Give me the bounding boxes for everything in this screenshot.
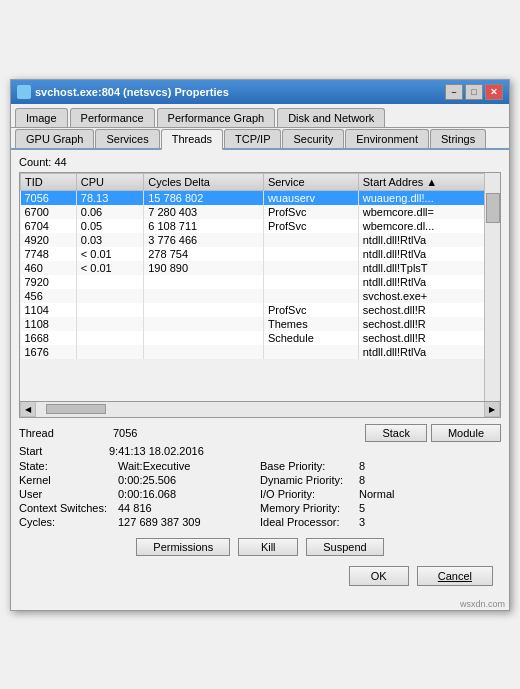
base-priority-row: Base Priority: 8 [260, 460, 501, 472]
col-cycles-delta: Cycles Delta [144, 173, 264, 190]
tab-disk-network[interactable]: Disk and Network [277, 108, 385, 127]
dynamic-priority-value: 8 [359, 474, 365, 486]
cell-service: ProfSvc [263, 303, 358, 317]
tab-performance-graph[interactable]: Performance Graph [157, 108, 276, 127]
scroll-thumb-h[interactable] [46, 404, 106, 414]
cell-service: Themes [263, 317, 358, 331]
kill-button[interactable]: Kill [238, 538, 298, 556]
table-row[interactable]: 1676ntdll.dll!RtlVa [21, 345, 500, 359]
kernel-row: Kernel 0:00:25.506 [19, 474, 260, 486]
memory-priority-value: 5 [359, 502, 365, 514]
table-row[interactable]: 1104ProfSvcsechost.dll!R [21, 303, 500, 317]
cell-tid: 1108 [21, 317, 77, 331]
cell-cpu: 78.13 [76, 190, 143, 205]
start-row: Start 9:41:13 18.02.2016 [19, 445, 501, 457]
cell-cyclesDelta [144, 289, 264, 303]
table-row[interactable]: 7748< 0.01278 754ntdll.dll!RtlVa [21, 247, 500, 261]
scroll-left-button[interactable]: ◀ [20, 401, 36, 417]
scrollbar-thumb[interactable] [486, 193, 500, 223]
cell-cyclesDelta: 7 280 403 [144, 205, 264, 219]
table-header-row: TID CPU Cycles Delta Service Start Addre… [21, 173, 500, 190]
context-switches-value: 44 816 [118, 502, 152, 514]
suspend-button[interactable]: Suspend [306, 538, 383, 556]
table-row[interactable]: 67000.067 280 403ProfSvcwbemcore.dll= [21, 205, 500, 219]
tab-environment[interactable]: Environment [345, 129, 429, 148]
table-row[interactable]: 7920ntdll.dll!RtlVa [21, 275, 500, 289]
io-priority-value: Normal [359, 488, 394, 500]
tab-row-2: GPU Graph Services Threads TCP/IP Securi… [11, 129, 509, 150]
scroll-right-button[interactable]: ▶ [484, 401, 500, 417]
col-tid: TID [21, 173, 77, 190]
scroll-track[interactable] [36, 404, 484, 414]
state-value: Wait:Executive [118, 460, 190, 472]
cell-startAddress: wbemcore.dll= [358, 205, 499, 219]
tab-strings[interactable]: Strings [430, 129, 486, 148]
window-title: svchost.exe:804 (netsvcs) Properties [35, 86, 229, 98]
tab-row-1: Image Performance Performance Graph Disk… [11, 104, 509, 128]
cell-startAddress: ntdll.dll!RtlVa [358, 345, 499, 359]
cell-service: ProfSvc [263, 219, 358, 233]
cell-tid: 1676 [21, 345, 77, 359]
close-button[interactable]: ✕ [485, 84, 503, 100]
base-priority-label: Base Priority: [260, 460, 355, 472]
cell-cpu [76, 303, 143, 317]
cell-service [263, 247, 358, 261]
app-icon [17, 85, 31, 99]
horizontal-scrollbar-row[interactable]: ◀ ▶ [19, 402, 501, 418]
cell-tid: 6704 [21, 219, 77, 233]
table-row[interactable]: 67040.056 108 711ProfSvcwbemcore.dl... [21, 219, 500, 233]
maximize-button[interactable]: □ [465, 84, 483, 100]
ok-button[interactable]: OK [349, 566, 409, 586]
cell-cpu [76, 275, 143, 289]
table-row[interactable]: 1668Schedulesechost.dll!R [21, 331, 500, 345]
cell-tid: 7920 [21, 275, 77, 289]
kernel-label: Kernel [19, 474, 114, 486]
table-row[interactable]: 705678.1315 786 802wuauservwuaueng.dll!.… [21, 190, 500, 205]
stack-button[interactable]: Stack [365, 424, 427, 442]
cell-startAddress: sechost.dll!R [358, 303, 499, 317]
cell-tid: 1668 [21, 331, 77, 345]
info-panel: Thread 7056 Stack Module Start 9:41:13 1… [19, 424, 501, 528]
minimize-button[interactable]: – [445, 84, 463, 100]
thread-label: Thread [19, 427, 109, 439]
table-row[interactable]: 456svchost.exe+ [21, 289, 500, 303]
cell-service [263, 261, 358, 275]
bottom-buttons-row: Permissions Kill Suspend [19, 534, 501, 562]
context-switches-row: Context Switches: 44 816 [19, 502, 260, 514]
cell-startAddress: sechost.dll!R [358, 317, 499, 331]
tab-tcp-ip[interactable]: TCP/IP [224, 129, 281, 148]
tab-threads[interactable]: Threads [161, 129, 223, 150]
threads-table-container[interactable]: TID CPU Cycles Delta Service Start Addre… [19, 172, 501, 402]
tab-image[interactable]: Image [15, 108, 68, 127]
module-button[interactable]: Module [431, 424, 501, 442]
cell-service [263, 275, 358, 289]
cell-cyclesDelta: 3 776 466 [144, 233, 264, 247]
cycles-row: Cycles: 127 689 387 309 [19, 516, 260, 528]
table-row[interactable]: 460< 0.01190 890ntdll.dll!TplsT [21, 261, 500, 275]
content-area: Count: 44 TID CPU Cycles Delta Service S… [11, 150, 509, 598]
user-row: User 0:00:16.068 [19, 488, 260, 500]
state-label: State: [19, 460, 114, 472]
cell-cpu [76, 331, 143, 345]
table-row[interactable]: 49200.033 776 466ntdll.dll!RtlVa [21, 233, 500, 247]
tab-performance[interactable]: Performance [70, 108, 155, 127]
tab-gpu-graph[interactable]: GPU Graph [15, 129, 94, 148]
start-label: Start [19, 445, 109, 457]
cancel-button[interactable]: Cancel [417, 566, 493, 586]
io-priority-row: I/O Priority: Normal [260, 488, 501, 500]
permissions-button[interactable]: Permissions [136, 538, 230, 556]
cell-startAddress: ntdll.dll!RtlVa [358, 233, 499, 247]
cell-cpu: 0.05 [76, 219, 143, 233]
tab-services[interactable]: Services [95, 129, 159, 148]
vertical-scrollbar[interactable] [484, 173, 500, 401]
memory-priority-label: Memory Priority: [260, 502, 355, 514]
tab-security[interactable]: Security [282, 129, 344, 148]
table-row[interactable]: 1108Themessechost.dll!R [21, 317, 500, 331]
cell-tid: 6700 [21, 205, 77, 219]
threads-table: TID CPU Cycles Delta Service Start Addre… [20, 173, 500, 359]
cell-startAddress: ntdll.dll!RtlVa [358, 275, 499, 289]
cell-cyclesDelta [144, 275, 264, 289]
cell-cyclesDelta [144, 303, 264, 317]
thread-value: 7056 [113, 427, 361, 439]
title-bar-buttons: – □ ✕ [445, 84, 503, 100]
